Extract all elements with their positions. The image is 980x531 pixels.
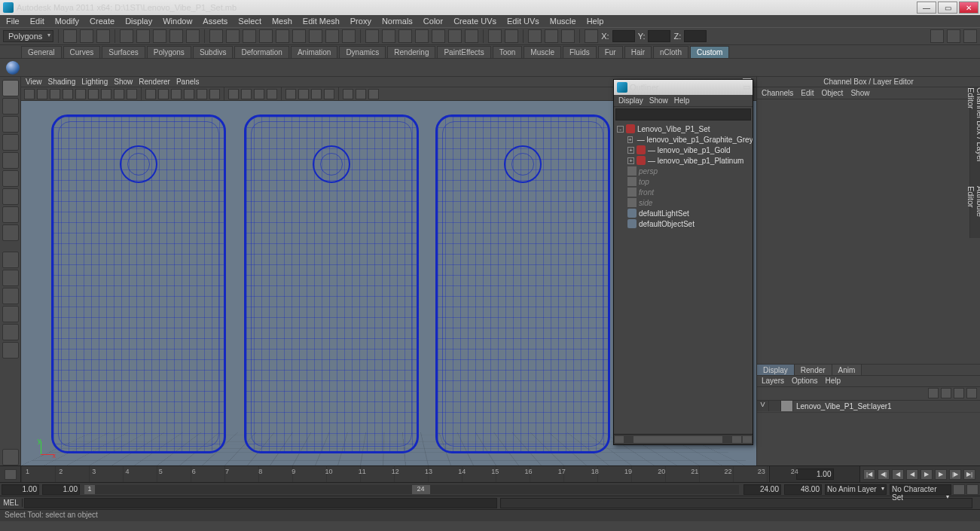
outliner-title-bar[interactable]: Outliner — ▭ ✕ <box>614 80 753 95</box>
shelf-tab-ncloth[interactable]: nCloth <box>653 46 688 58</box>
script-lang-label[interactable]: MEL <box>0 499 23 507</box>
render-settings-icon[interactable] <box>398 29 412 43</box>
channel-menu-channels[interactable]: Channels <box>762 89 793 97</box>
channel-box-toggle-icon[interactable] <box>963 29 977 43</box>
film-origin-icon[interactable] <box>298 89 309 99</box>
shelf-tab-surfaces[interactable]: Surfaces <box>102 46 145 58</box>
step-forward-icon[interactable]: ▶ <box>935 469 947 480</box>
outliner-search-input[interactable] <box>615 108 751 121</box>
make-live-icon[interactable] <box>292 29 306 43</box>
shelf-tab-curves[interactable]: Curves <box>63 46 101 58</box>
viewport2-icon[interactable] <box>368 89 379 99</box>
shelf-tab-deformation[interactable]: Deformation <box>234 46 289 58</box>
play-back-icon[interactable]: ◀ <box>906 469 918 480</box>
grid-toggle-icon[interactable] <box>285 89 296 99</box>
scroll-left-icon[interactable] <box>615 436 624 443</box>
panel-menu-view[interactable]: View <box>26 78 42 86</box>
input-mode-icon[interactable] <box>585 29 598 43</box>
outliner-menu-help[interactable]: Help <box>674 96 690 105</box>
history-off-icon[interactable] <box>325 29 339 43</box>
close-button[interactable]: ✕ <box>959 2 978 14</box>
select-hierarchy-icon[interactable] <box>153 29 166 43</box>
anim-start-field[interactable] <box>2 484 39 495</box>
persp-graph-layout-icon[interactable] <box>2 306 19 322</box>
panel-menu-renderer[interactable]: Renderer <box>139 78 170 86</box>
quick-help-icon[interactable] <box>342 29 356 43</box>
layer-vis-cell[interactable]: V <box>757 401 769 411</box>
menu-set-combo[interactable]: Polygons <box>3 30 53 42</box>
step-forward-key-icon[interactable]: |▶ <box>949 469 961 480</box>
hypershade-icon[interactable] <box>432 29 445 43</box>
persp-graph-hyper-layout-icon[interactable] <box>2 342 19 359</box>
menu-normals[interactable]: Normals <box>377 16 417 26</box>
panel-menu-panels[interactable]: Panels <box>176 78 200 86</box>
rotate-tool-icon[interactable] <box>2 152 19 169</box>
mesh-object[interactable] <box>435 114 610 453</box>
scale-tool-icon[interactable] <box>2 170 19 187</box>
side-tab-attribute[interactable]: Attribute Editor <box>966 186 981 238</box>
undo-icon[interactable] <box>120 29 133 43</box>
shelf-tab-animation[interactable]: Animation <box>291 46 337 58</box>
time-slider[interactable]: 123456789101112131415161718192021222324 … <box>0 465 980 482</box>
time-slider-sound-icon[interactable] <box>5 469 17 480</box>
outliner-item[interactable]: persp <box>614 166 753 176</box>
snap-grid-icon[interactable] <box>209 29 223 43</box>
time-ruler[interactable]: 123456789101112131415161718192021222324 <box>21 466 769 482</box>
shelf-tab-muscle[interactable]: Muscle <box>524 46 561 58</box>
range-handle-end[interactable]: 24 <box>412 485 430 494</box>
expand-icon[interactable]: + <box>627 136 633 143</box>
snap-plane-icon[interactable] <box>259 29 273 43</box>
auto-key-icon[interactable] <box>953 484 965 495</box>
ipr-render-icon[interactable] <box>382 29 395 43</box>
outliner-scrollbar[interactable] <box>614 434 753 444</box>
layer-tab-render[interactable]: Render <box>795 365 832 375</box>
outliner-item[interactable]: +— lenovo_vibe_p1_Platinum <box>614 155 753 166</box>
side-tab-channel[interactable]: Channel Box / Layer Editor <box>966 87 981 182</box>
shelf-tab-painteffects[interactable]: PaintEffects <box>437 46 490 58</box>
snap-live-icon[interactable] <box>276 29 289 43</box>
menu-file[interactable]: File <box>2 16 24 26</box>
hardware-icon[interactable] <box>356 89 366 99</box>
outliner-menu-display[interactable]: Display <box>618 96 643 105</box>
y-field[interactable] <box>648 30 670 42</box>
soft-mod-tool-icon[interactable] <box>2 206 19 223</box>
menu-modify[interactable]: Modify <box>50 16 84 26</box>
snap-curve-icon[interactable] <box>226 29 240 43</box>
smooth-shade-icon[interactable] <box>158 89 169 99</box>
render-icon[interactable] <box>365 29 379 43</box>
move-up-layer-icon[interactable] <box>954 388 964 398</box>
outliner-window[interactable]: Outliner — ▭ ✕ DisplayShowHelp -Lenovo_V… <box>613 79 753 445</box>
shadows-icon[interactable] <box>197 89 207 99</box>
outliner-maximize-button[interactable]: ▭ <box>743 82 751 92</box>
shelf-tab-fur[interactable]: Fur <box>598 46 623 58</box>
select-component-icon[interactable] <box>186 29 200 43</box>
select-object-icon[interactable] <box>169 29 183 43</box>
panel-menu-lighting[interactable]: Lighting <box>81 78 108 86</box>
shelf-tab-custom[interactable]: Custom <box>690 46 729 58</box>
single-persp-layout-icon[interactable] <box>2 252 19 268</box>
image-plane-icon[interactable] <box>63 89 73 99</box>
mesh-object[interactable] <box>51 114 226 453</box>
menu-display[interactable]: Display <box>121 16 157 26</box>
film-pivot-icon[interactable] <box>311 89 322 99</box>
menu-select[interactable]: Select <box>234 16 266 26</box>
snap-point-icon[interactable] <box>243 29 256 43</box>
tool-settings-toggle-icon[interactable] <box>947 29 960 43</box>
lock-camera-icon[interactable] <box>37 89 47 99</box>
xray-icon[interactable] <box>241 89 252 99</box>
x-field[interactable] <box>612 30 635 42</box>
lasso-tool-icon[interactable] <box>2 98 19 114</box>
attribute-editor-toggle-icon[interactable] <box>930 29 944 43</box>
playback-prefs-icon[interactable] <box>966 484 978 495</box>
channel-menu-edit[interactable]: Edit <box>801 89 814 97</box>
range-slider-track[interactable]: 1 24 <box>84 485 739 494</box>
anim-layer-combo[interactable]: No Anim Layer <box>825 484 887 495</box>
show-manip-icon[interactable] <box>488 29 502 43</box>
high-quality-icon[interactable] <box>209 89 220 99</box>
step-back-key-icon[interactable]: ◀| <box>878 469 890 480</box>
single-pane-icon[interactable] <box>545 29 558 43</box>
outliner-item[interactable]: side <box>614 197 753 208</box>
outliner-item[interactable]: top <box>614 176 753 187</box>
shelf-item-icon[interactable] <box>6 61 20 75</box>
menu-window[interactable]: Window <box>158 16 197 26</box>
